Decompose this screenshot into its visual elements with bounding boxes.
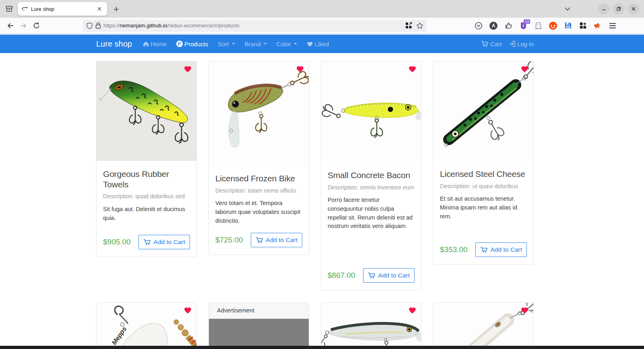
downloads-extension-button[interactable]: 13 (519, 21, 528, 30)
url-host: nemanjam.github.io (120, 23, 167, 29)
new-tab-button[interactable] (111, 4, 122, 14)
pocket-button[interactable] (474, 21, 483, 30)
containers-grid-icon[interactable] (405, 22, 412, 29)
reddit-icon (549, 22, 557, 30)
product-footer: $867.00 Add to Cart (328, 262, 415, 283)
reload-button[interactable] (30, 20, 43, 32)
product-description: Description: ut quasi doloribus (440, 183, 527, 191)
product-price: $725.00 (215, 236, 243, 244)
nav-liked[interactable]: Liked (307, 41, 329, 47)
url-path: /redux-ecommerce/#/products (167, 23, 239, 29)
lock-icon (95, 22, 101, 29)
liked-heart-icon[interactable] (408, 65, 417, 73)
firefox-view-button[interactable] (3, 3, 15, 14)
rating-extension-button[interactable] (504, 21, 513, 30)
minimize-icon (601, 6, 606, 11)
product-card-licensed-frozen-bike: Licensed Frozen Bike Description: totam … (208, 61, 309, 255)
announce-extension-button[interactable] (593, 21, 602, 30)
product-image: Mepps (97, 303, 196, 349)
back-button[interactable] (4, 20, 17, 32)
products-icon: P (176, 41, 183, 47)
tab-manager-extension-button[interactable] (578, 21, 587, 30)
product-card-small-concrete-bacon: Small Concrete Bacon Description: omnis … (321, 61, 421, 290)
liked-heart-icon[interactable] (408, 306, 417, 314)
caret-down-icon (232, 43, 235, 45)
ghostery-button[interactable] (534, 21, 543, 30)
add-to-cart-button[interactable]: Add to Cart (138, 235, 190, 249)
advertisement-placeholder[interactable] (209, 319, 309, 349)
lure-photo-grasshopper (209, 62, 309, 165)
browser-toolbar: https://nemanjam.github.io/redux-ecommer… (0, 18, 644, 34)
add-to-cart-button[interactable]: Add to Cart (363, 268, 415, 283)
product-image (433, 303, 533, 349)
lure-photo-yellow-minnow (321, 62, 421, 162)
product-card-spinner: Mepps (96, 302, 197, 349)
firefox-view-icon (5, 5, 13, 13)
svg-text:P: P (178, 41, 181, 46)
nav-cart[interactable]: Cart (481, 40, 502, 47)
nav-login[interactable]: Log in (509, 40, 534, 47)
account-extension-button[interactable]: A (489, 21, 498, 30)
product-grid: Gorgeous Rubber Towels Description: quod… (96, 61, 644, 349)
reload-icon (33, 22, 40, 29)
product-image (321, 62, 421, 162)
tab-close-button[interactable] (95, 5, 103, 13)
product-text: Et sit aut accusamus tenetur. Minima ips… (440, 195, 527, 221)
product-description: Description: omnis inventore eum (328, 184, 415, 192)
nav-products[interactable]: P Products (176, 41, 208, 47)
save-page-extension-button[interactable] (564, 21, 572, 30)
product-image (321, 303, 421, 349)
nav-sort-dropdown[interactable]: Sort (218, 41, 235, 47)
product-footer: $905.00 Add to Cart (103, 228, 190, 249)
product-title: Licensed Steel Cheese (440, 169, 527, 179)
nav-brand-dropdown[interactable]: Brand (245, 41, 267, 47)
bookmark-star-icon[interactable] (416, 22, 423, 29)
minimize-button[interactable] (598, 3, 609, 14)
product-title: Small Concrete Bacon (328, 170, 415, 181)
product-price: $867.00 (328, 271, 355, 280)
add-to-cart-button[interactable]: Add to Cart (475, 242, 527, 257)
menu-button[interactable] (608, 21, 617, 30)
nav-home[interactable]: Home (143, 41, 167, 47)
megaphone-icon (594, 22, 602, 29)
window-controls (598, 3, 639, 14)
site-navbar: Lure shop Home P Products Sort Brand Col… (0, 35, 644, 53)
product-description: Description: totam nemo officiis (215, 187, 302, 195)
liked-heart-icon[interactable] (184, 65, 192, 73)
product-title: Gorgeous Rubber Towels (103, 169, 190, 189)
product-card-body: Licensed Frozen Bike Description: totam … (209, 165, 309, 255)
liked-heart-icon[interactable] (184, 306, 192, 314)
thumbs-up-icon (505, 22, 512, 29)
list-all-tabs-button[interactable] (563, 4, 572, 13)
forward-arrow-icon (20, 23, 27, 29)
product-card-body: Gorgeous Rubber Towels Description: quod… (97, 161, 196, 257)
liked-heart-icon[interactable] (296, 65, 304, 73)
browser-tab[interactable]: Lure shop (18, 2, 107, 16)
close-window-button[interactable] (628, 3, 639, 14)
product-price: $905.00 (103, 238, 131, 246)
maximize-button[interactable] (613, 3, 624, 14)
lure-photo-green-pencil (433, 62, 534, 161)
login-icon (509, 41, 516, 47)
product-image (433, 62, 533, 161)
product-footer: $725.00 Add to Cart (215, 226, 302, 247)
ghost-icon (535, 22, 542, 30)
liked-heart-icon[interactable] (520, 65, 529, 73)
tab-title: Lure shop (31, 6, 92, 12)
product-image (209, 62, 309, 165)
add-to-cart-button[interactable]: Add to Cart (251, 233, 302, 247)
product-title: Licensed Frozen Bike (215, 173, 302, 184)
forward-button[interactable] (17, 20, 30, 32)
hamburger-menu-icon (609, 23, 616, 29)
product-card-body: Licensed Steel Cheese Description: ut qu… (433, 161, 533, 264)
nav-color-dropdown[interactable]: Color (277, 41, 297, 47)
product-card-licensed-steel-cheese: Licensed Steel Cheese Description: ut qu… (433, 61, 534, 265)
liked-heart-icon[interactable] (520, 306, 529, 314)
address-bar[interactable]: https://nemanjam.github.io/redux-ecommer… (83, 20, 427, 32)
back-arrow-icon (7, 23, 14, 29)
brand-link[interactable]: Lure shop (96, 39, 132, 49)
plus-icon (114, 6, 119, 12)
shield-icon (86, 22, 93, 29)
reddit-extension-button[interactable] (549, 21, 557, 30)
cart-icon (143, 238, 151, 246)
